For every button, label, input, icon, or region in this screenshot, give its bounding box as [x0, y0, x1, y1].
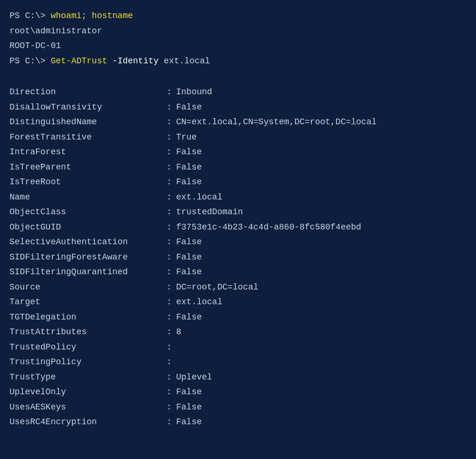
property-key: ForestTransitive: [10, 130, 167, 145]
property-key: IntraForest: [10, 145, 167, 160]
table-row: Direction: Inbound: [10, 85, 466, 100]
property-key: DisallowTransivity: [10, 100, 167, 115]
property-key: TrustedPolicy: [10, 340, 167, 355]
property-value: False: [176, 145, 202, 160]
table-row: IntraForest: False: [10, 145, 466, 160]
property-value: False: [176, 385, 202, 400]
property-value: False: [176, 310, 202, 325]
property-value: False: [176, 100, 202, 115]
property-value: DC=root,DC=local: [176, 280, 258, 295]
property-key: TrustAttributes: [10, 325, 167, 340]
property-value: False: [176, 250, 202, 265]
property-key: IsTreeRoot: [10, 175, 167, 190]
table-row: IsTreeParent: False: [10, 160, 466, 175]
table-row: UsesAESKeys: False: [10, 400, 466, 415]
table-row: ForestTransitive: True: [10, 130, 466, 145]
property-key: UsesAESKeys: [10, 400, 167, 415]
property-value: False: [176, 175, 202, 190]
property-key: Name: [10, 190, 167, 205]
property-separator: :: [167, 190, 176, 205]
table-row: Name: ext.local: [10, 190, 466, 205]
property-separator: :: [167, 310, 176, 325]
property-separator: :: [167, 115, 176, 130]
property-separator: :: [167, 145, 176, 160]
table-row: TrustedPolicy:: [10, 340, 466, 355]
table-row: SelectiveAuthentication: False: [10, 235, 466, 250]
property-value: False: [176, 400, 202, 415]
table-row: DistinguishedName: CN=ext.local,CN=Syste…: [10, 115, 466, 130]
table-row: TGTDelegation: False: [10, 310, 466, 325]
hostname-result: ROOT-DC-01: [10, 41, 61, 50]
property-separator: :: [167, 385, 176, 400]
property-separator: :: [167, 325, 176, 340]
property-value: ext.local: [176, 190, 222, 205]
property-value: f3753e1c-4b23-4c4d-a860-8fc580f4eebd: [176, 220, 361, 235]
property-separator: :: [167, 370, 176, 385]
property-separator: :: [167, 295, 176, 310]
property-key: UplevelOnly: [10, 385, 167, 400]
property-key: DistinguishedName: [10, 115, 167, 130]
property-separator: :: [167, 220, 176, 235]
property-separator: :: [167, 100, 176, 115]
property-separator: :: [167, 355, 176, 370]
command-identity-value: ext.local: [164, 56, 210, 66]
property-key: TGTDelegation: [10, 310, 167, 325]
prompt-1: PS C:\>: [10, 11, 46, 20]
table-row: ObjectClass: trustedDomain: [10, 205, 466, 220]
table-row: SIDFilteringForestAware: False: [10, 250, 466, 265]
table-row: Target: ext.local: [10, 295, 466, 310]
command-line-2: PS C:\> Get-ADTrust -Identity ext.local: [10, 54, 466, 69]
property-value: CN=ext.local,CN=System,DC=root,DC=local: [176, 115, 377, 130]
property-key: Source: [10, 280, 167, 295]
table-row: UsesRC4Encryption: False: [10, 415, 466, 430]
property-separator: :: [167, 235, 176, 250]
property-key: SIDFilteringForestAware: [10, 250, 167, 265]
property-separator: :: [167, 400, 176, 415]
property-key: ObjectGUID: [10, 220, 167, 235]
table-row: SIDFilteringQuarantined: False: [10, 265, 466, 280]
command-identity-param: -Identity: [112, 56, 159, 66]
blank-line: [10, 69, 466, 83]
property-value: False: [176, 160, 202, 175]
properties-block: Direction: InboundDisallowTransivity: Fa…: [10, 85, 466, 430]
command-line-1: PS C:\> whoami; hostname: [10, 9, 466, 24]
property-value: True: [176, 130, 197, 145]
property-value: False: [176, 415, 202, 430]
property-separator: :: [167, 175, 176, 190]
property-value: ext.local: [176, 295, 222, 310]
property-separator: :: [167, 250, 176, 265]
table-row: Source: DC=root,DC=local: [10, 280, 466, 295]
table-row: IsTreeRoot: False: [10, 175, 466, 190]
property-value: False: [176, 265, 202, 280]
table-row: TrustingPolicy:: [10, 355, 466, 370]
output-whoami: root\administrator: [10, 24, 466, 39]
property-key: SIDFilteringQuarantined: [10, 265, 167, 280]
table-row: UplevelOnly: False: [10, 385, 466, 400]
command-getadtrust: Get-ADTrust: [50, 56, 107, 66]
table-row: TrustType: Uplevel: [10, 370, 466, 385]
property-separator: :: [167, 415, 176, 430]
whoami-result: root\administrator: [10, 26, 102, 36]
command-text-1: whoami; hostname: [50, 11, 133, 20]
output-hostname: ROOT-DC-01: [10, 39, 466, 54]
property-key: TrustType: [10, 370, 167, 385]
property-key: ObjectClass: [10, 205, 167, 220]
property-key: TrustingPolicy: [10, 355, 167, 370]
table-row: ObjectGUID: f3753e1c-4b23-4c4d-a860-8fc5…: [10, 220, 466, 235]
property-key: Target: [10, 295, 167, 310]
property-key: IsTreeParent: [10, 160, 167, 175]
property-value: 8: [176, 325, 181, 340]
property-separator: :: [167, 130, 176, 145]
property-key: Direction: [10, 85, 167, 100]
property-value: Uplevel: [176, 370, 212, 385]
property-value: False: [176, 235, 202, 250]
property-separator: :: [167, 265, 176, 280]
property-separator: :: [167, 160, 176, 175]
property-separator: :: [167, 205, 176, 220]
property-value: trustedDomain: [176, 205, 243, 220]
property-separator: :: [167, 85, 176, 100]
property-separator: :: [167, 280, 176, 295]
table-row: DisallowTransivity: False: [10, 100, 466, 115]
prompt-2: PS C:\>: [10, 56, 46, 66]
property-key: UsesRC4Encryption: [10, 415, 167, 430]
